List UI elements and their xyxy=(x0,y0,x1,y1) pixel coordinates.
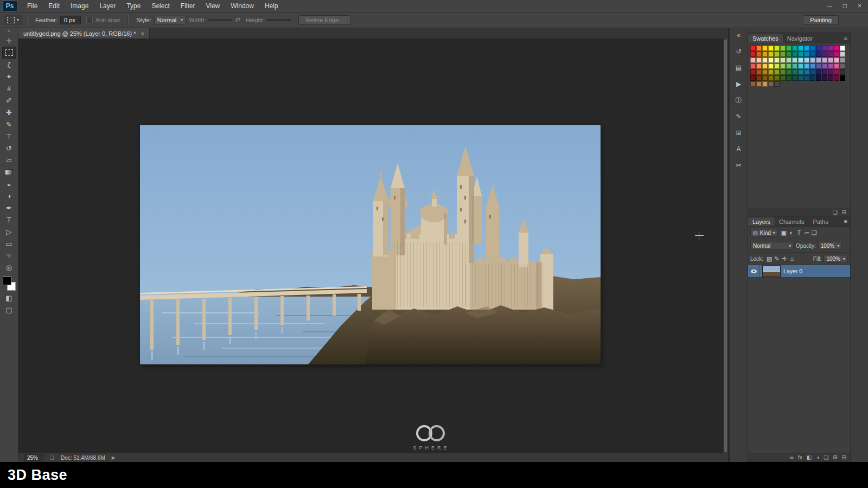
scrollbar-thumb[interactable] xyxy=(724,40,727,452)
adjustment-layer-icon[interactable]: ◑ xyxy=(816,453,819,461)
toolbar-expand-icon[interactable]: » xyxy=(0,28,18,35)
gradient-tool[interactable] xyxy=(2,166,16,178)
character-panel-icon[interactable]: A xyxy=(733,144,745,154)
swatch[interactable] xyxy=(810,46,815,51)
swatch[interactable] xyxy=(816,46,821,51)
properties-panel-icon[interactable]: ▤ xyxy=(733,63,745,73)
tab-navigator[interactable]: Navigator xyxy=(783,34,817,43)
swatch[interactable] xyxy=(774,63,780,69)
lock-position-icon[interactable]: ✛ xyxy=(781,255,788,262)
delete-swatch-button[interactable]: ⊟ xyxy=(842,208,846,216)
swatch[interactable] xyxy=(798,46,803,51)
filter-adjustment-layers-icon[interactable]: ◐ xyxy=(788,229,795,236)
add-layer-mask-icon[interactable]: ◧ xyxy=(807,453,812,461)
swatch[interactable] xyxy=(840,57,845,63)
canvas-area[interactable]: SPHERE xyxy=(18,38,724,453)
swatch[interactable] xyxy=(816,75,821,81)
swatch[interactable] xyxy=(792,46,797,51)
swatch[interactable] xyxy=(762,57,768,63)
history-brush-tool[interactable]: ↺ xyxy=(2,142,16,154)
new-layer-icon[interactable]: ⊞ xyxy=(833,453,837,461)
eyedropper-tool[interactable]: ✐ xyxy=(2,94,16,106)
swatch[interactable] xyxy=(756,75,762,81)
swatch[interactable] xyxy=(786,57,792,63)
foreground-color-swatch[interactable] xyxy=(3,277,11,285)
zoom-level-field[interactable]: 25% xyxy=(24,454,43,461)
swatch[interactable] xyxy=(816,57,821,63)
swatch[interactable] xyxy=(822,52,827,57)
swatch[interactable] xyxy=(834,52,839,57)
menu-help[interactable]: Help xyxy=(259,0,284,12)
document-image[interactable] xyxy=(140,125,601,364)
move-tool[interactable]: ✛ xyxy=(2,35,16,47)
layer-thumbnail[interactable] xyxy=(762,265,781,277)
swatch[interactable] xyxy=(804,75,809,81)
swatch[interactable] xyxy=(840,69,845,75)
opacity-dropdown[interactable]: 100%▾ xyxy=(818,242,843,250)
layer-effects-icon[interactable]: fx xyxy=(798,453,802,461)
swatch[interactable] xyxy=(762,46,768,51)
swatch[interactable] xyxy=(780,52,786,57)
swatch[interactable] xyxy=(750,75,756,81)
swatch[interactable] xyxy=(756,52,762,57)
swatch[interactable] xyxy=(762,52,768,57)
swatch[interactable] xyxy=(792,63,797,69)
feather-input[interactable]: 0 px xyxy=(60,16,81,24)
blend-mode-dropdown[interactable]: Normal▾ xyxy=(750,242,794,250)
tab-paths[interactable]: Paths xyxy=(809,217,833,226)
clone-source-panel-icon[interactable]: ⊞ xyxy=(733,128,745,138)
swatch[interactable] xyxy=(798,75,803,81)
swatch[interactable] xyxy=(798,69,803,75)
brush-panel-icon[interactable]: ✎ xyxy=(733,112,745,121)
swatch[interactable] xyxy=(750,63,756,69)
swatch[interactable] xyxy=(774,75,780,81)
swatch[interactable] xyxy=(756,46,762,51)
panel-menu-icon[interactable]: ≡ xyxy=(844,218,847,224)
tool-preset-dropdown[interactable]: ▾ xyxy=(4,15,22,25)
refine-edge-button[interactable]: Refine Edge... xyxy=(298,15,350,25)
menu-file[interactable]: File xyxy=(22,0,43,12)
brush-tool[interactable]: ✎ xyxy=(2,118,16,130)
swatch[interactable] xyxy=(822,57,827,63)
swatch[interactable] xyxy=(768,57,774,63)
swatch[interactable] xyxy=(780,75,786,81)
swatch[interactable] xyxy=(786,75,792,81)
layer-name[interactable]: Layer 0 xyxy=(783,268,802,274)
menu-filter[interactable]: Filter xyxy=(175,0,201,12)
lock-all-icon[interactable]: ⌂ xyxy=(788,255,796,262)
new-swatch-button[interactable]: ❏ xyxy=(833,208,838,216)
rectangle-tool[interactable]: ▭ xyxy=(2,237,16,249)
swatch[interactable] xyxy=(834,63,839,69)
swatch[interactable] xyxy=(762,69,768,75)
swatch[interactable] xyxy=(816,52,821,57)
swatch[interactable] xyxy=(822,69,827,75)
layer-visibility-toggle[interactable] xyxy=(748,265,760,277)
workspace-switcher[interactable]: Painting xyxy=(803,15,839,25)
swatch[interactable] xyxy=(828,63,833,69)
menu-layer[interactable]: Layer xyxy=(94,0,121,12)
healing-brush-tool[interactable]: ✚ xyxy=(2,106,16,118)
swatch[interactable] xyxy=(756,69,762,75)
swatch[interactable] xyxy=(792,69,797,75)
swatch[interactable] xyxy=(798,52,803,57)
swatch[interactable] xyxy=(780,57,786,63)
link-layers-icon[interactable]: ∞ xyxy=(790,453,794,461)
document-tab[interactable]: untitlyged.png @ 25% (Layer 0, RGB/16) *… xyxy=(18,28,150,38)
menu-image[interactable]: Image xyxy=(65,0,94,12)
swatch[interactable] xyxy=(768,75,774,81)
swatch[interactable] xyxy=(768,81,774,87)
swatch[interactable] xyxy=(750,81,756,87)
swatch[interactable] xyxy=(828,57,833,63)
swatch[interactable] xyxy=(750,69,756,75)
swatch[interactable] xyxy=(822,46,827,51)
swatch[interactable] xyxy=(756,63,762,69)
swatch[interactable] xyxy=(822,75,827,81)
swatch[interactable] xyxy=(780,69,786,75)
swatch[interactable] xyxy=(786,52,792,57)
swatch[interactable] xyxy=(768,63,774,69)
restore-button[interactable]: □ xyxy=(843,0,847,12)
menu-type[interactable]: Type xyxy=(121,0,146,12)
menu-view[interactable]: View xyxy=(200,0,225,12)
swatch[interactable] xyxy=(798,57,803,63)
swatch[interactable] xyxy=(774,46,780,51)
